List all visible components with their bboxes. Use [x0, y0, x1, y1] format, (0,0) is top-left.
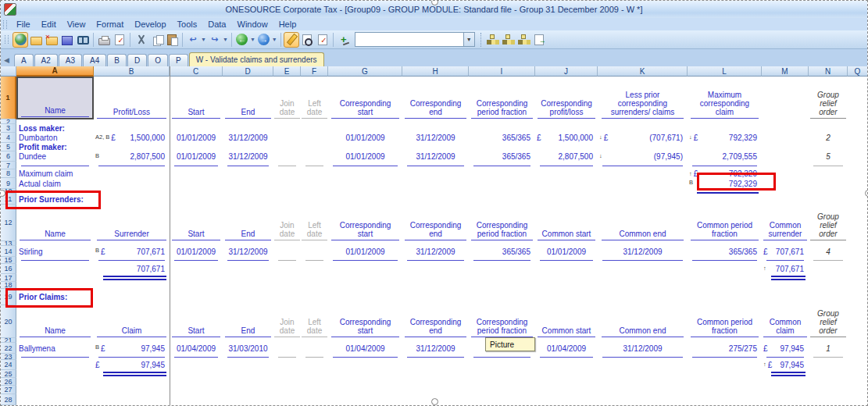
cell-E1[interactable]: Join date — [273, 77, 301, 119]
column-header-J[interactable]: J — [535, 66, 598, 77]
row-header-23[interactable]: 23 — [1, 354, 16, 360]
menu-tools[interactable]: Tools — [172, 19, 203, 30]
row-header-20[interactable]: 20 — [1, 305, 16, 338]
cell-D7[interactable] — [223, 162, 273, 169]
cell-C14[interactable]: 01/01/2009 — [170, 246, 223, 257]
adjust-button[interactable]: + — [336, 32, 352, 48]
cell-J1[interactable]: Corresponding profit/loss — [535, 77, 598, 119]
row-header-9[interactable]: 9 — [1, 178, 16, 189]
cell-B23[interactable] — [94, 354, 170, 360]
cell-F15[interactable] — [301, 257, 328, 264]
cell-J23[interactable] — [535, 354, 598, 360]
cell-F1[interactable]: Left date — [301, 77, 328, 119]
cell-H15[interactable] — [402, 257, 469, 264]
row-header-27[interactable]: 27 — [1, 386, 16, 394]
cell-E15[interactable] — [273, 257, 301, 264]
cell-I15[interactable] — [469, 257, 535, 264]
row-header-5[interactable]: 5 — [1, 143, 16, 151]
cell-C20[interactable]: Start — [170, 305, 223, 338]
edit-button[interactable] — [284, 32, 299, 48]
cell-G15[interactable] — [328, 257, 402, 264]
cell-K23[interactable] — [598, 354, 688, 360]
menu-data[interactable]: Data — [202, 19, 231, 30]
cell-M12[interactable]: Common surrender — [762, 205, 809, 241]
cell-N4[interactable]: 2 — [809, 133, 848, 143]
cell-B22[interactable]: B£97,945 — [94, 343, 170, 354]
cell-M22[interactable]: £97,945 — [762, 343, 809, 354]
cell-B25[interactable] — [94, 370, 170, 378]
cell-D23[interactable] — [223, 354, 273, 360]
cell-G12[interactable]: Corresponding start — [328, 205, 402, 241]
cell-I6[interactable]: 365/365 — [469, 151, 535, 162]
cell-A8[interactable]: Maximum claim — [16, 169, 94, 178]
cell-L7[interactable] — [688, 162, 762, 169]
cell-A20[interactable]: Name — [16, 305, 94, 338]
row-header-15[interactable]: 15 — [1, 257, 16, 264]
cell-L20[interactable]: Common period fraction — [688, 305, 762, 338]
toolbar-combobox-input[interactable] — [355, 33, 463, 46]
cell-F20[interactable]: Left date — [301, 305, 328, 338]
redo-dropdown-icon[interactable]: ▼ — [223, 37, 228, 42]
cell-A6[interactable]: Dundee — [16, 151, 94, 162]
home-button[interactable] — [13, 32, 28, 48]
paste-button[interactable] — [164, 32, 180, 48]
cell-E23[interactable] — [273, 354, 301, 360]
cell-M17[interactable] — [762, 274, 809, 282]
cut-button[interactable] — [133, 32, 148, 48]
cell-H14[interactable]: 31/12/2009 — [402, 246, 469, 257]
cell-A22[interactable]: Ballymena — [16, 343, 94, 354]
validate-button[interactable] — [315, 32, 330, 48]
cell-J4[interactable]: £1,500,000 — [535, 133, 598, 143]
cell-J22[interactable]: 01/04/2009 — [535, 343, 598, 354]
cell-J12[interactable]: Common start — [535, 205, 598, 241]
column-header-Q[interactable]: Q — [848, 66, 868, 77]
row-header-24[interactable]: 24 — [1, 360, 16, 370]
cell-N7[interactable] — [809, 162, 848, 169]
cell-C6[interactable]: 01/01/2009 — [170, 151, 223, 162]
spellcheck-button[interactable] — [112, 32, 127, 48]
cell-L14[interactable]: 365/365 — [688, 246, 762, 257]
cell-N22[interactable]: 1 — [809, 343, 848, 354]
cell-B24[interactable]: £97,945 — [94, 360, 170, 370]
row-header-7[interactable]: 7 — [1, 162, 16, 169]
cell-C12[interactable]: Start — [170, 205, 223, 241]
cell-A23[interactable] — [16, 354, 94, 360]
cell-B14[interactable]: B£707,671 — [94, 246, 170, 257]
cell-H20[interactable]: Corresponding end — [402, 305, 469, 338]
cell-B15[interactable] — [94, 257, 170, 264]
cell-H4[interactable]: 31/12/2009 — [402, 133, 469, 143]
cell-H6[interactable]: 31/12/2009 — [402, 151, 469, 162]
cell-B4[interactable]: A2, B£1,500,000 — [94, 133, 170, 143]
sheet-tab-a2[interactable]: A2 — [34, 54, 58, 66]
undo-dropdown-icon[interactable]: ▼ — [201, 37, 206, 42]
row-header-22[interactable]: 22 — [1, 343, 16, 354]
cell-I20[interactable]: Corresponding period fraction — [469, 305, 535, 338]
sheet-tab-a[interactable]: A — [14, 54, 34, 66]
cell-G7[interactable] — [328, 162, 402, 169]
cell-J7[interactable] — [535, 162, 598, 169]
column-header-H[interactable]: H — [402, 66, 469, 77]
cell-I1[interactable]: Corresponding period fraction — [469, 77, 535, 119]
cell-C4[interactable]: 01/01/2009 — [170, 133, 223, 143]
cell-B6[interactable]: B2,807,500 — [94, 151, 170, 162]
sheet-tab-a4[interactable]: A4 — [83, 54, 106, 66]
cell-J15[interactable] — [535, 257, 598, 264]
sheet-tab-a3[interactable]: A3 — [59, 54, 82, 66]
column-header-K[interactable]: K — [598, 66, 688, 77]
column-header-E[interactable]: E — [273, 66, 301, 77]
menu-format[interactable]: Format — [91, 19, 129, 30]
cell-D4[interactable]: 31/12/2009 — [223, 133, 273, 143]
sheet-tab-d[interactable]: D — [127, 54, 147, 66]
save-button[interactable] — [59, 32, 75, 48]
cell-K1[interactable]: Less prior corresponding surrenders/ cla… — [598, 77, 688, 119]
cell-I14[interactable]: 365/365 — [469, 246, 535, 257]
cell-D6[interactable]: 31/12/2009 — [223, 151, 273, 162]
find-button[interactable] — [75, 32, 91, 48]
cell-F23[interactable] — [301, 354, 328, 360]
column-header-A[interactable]: A — [16, 66, 94, 77]
hierarchy-1-button[interactable] — [484, 32, 500, 48]
cell-B20[interactable]: Claim — [94, 305, 170, 338]
cell-H23[interactable] — [402, 354, 469, 360]
cell-L6[interactable]: 2,709,555 — [688, 151, 762, 162]
cell-M24[interactable]: ↑£97,945 — [762, 360, 809, 370]
